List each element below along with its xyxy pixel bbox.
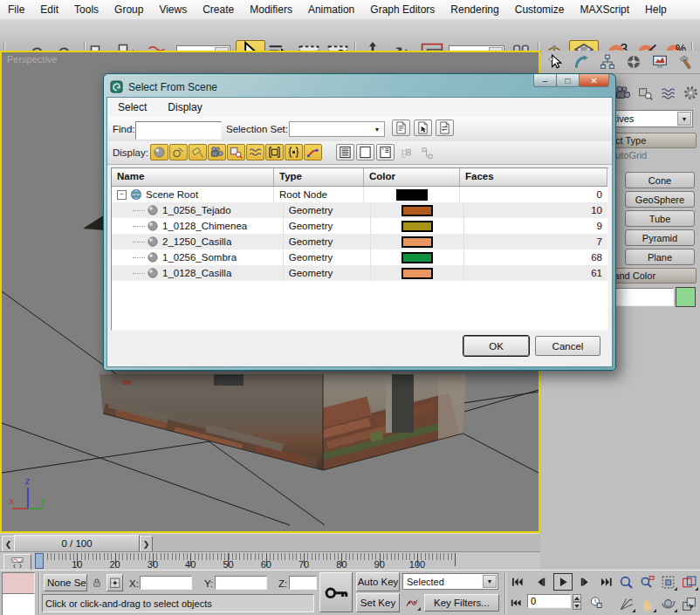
next-frame-button[interactable] bbox=[576, 574, 594, 590]
go-to-start-button[interactable] bbox=[508, 574, 527, 590]
command-panel-tab[interactable] bbox=[545, 52, 566, 72]
key-curve-icon[interactable] bbox=[403, 595, 421, 611]
time-slider[interactable]: 0 / 100 bbox=[14, 535, 140, 552]
command-panel-tab[interactable] bbox=[649, 52, 670, 72]
column-name[interactable]: Name bbox=[112, 168, 274, 186]
key-filters-button[interactable]: Key Filters... bbox=[424, 594, 499, 612]
display-filter-toggle[interactable] bbox=[285, 144, 303, 161]
zoom-button[interactable] bbox=[616, 573, 635, 591]
close-button[interactable]: ✕ bbox=[579, 74, 609, 87]
display-filter-toggle[interactable] bbox=[227, 144, 245, 161]
viewport-label[interactable]: Perspective bbox=[7, 54, 57, 65]
selection-set-button[interactable] bbox=[436, 120, 454, 136]
zoom-extents-all-button[interactable] bbox=[679, 573, 698, 591]
list-view-button[interactable] bbox=[356, 144, 374, 161]
previous-frame-button[interactable] bbox=[532, 574, 550, 590]
maxscript-mini-listener-pink[interactable] bbox=[2, 572, 35, 595]
node-color-swatch[interactable] bbox=[401, 236, 433, 248]
display-filter-toggle[interactable] bbox=[246, 144, 264, 161]
list-view-button[interactable] bbox=[336, 144, 354, 161]
field-of-view-button[interactable] bbox=[616, 595, 635, 612]
maximize-viewport-toggle[interactable] bbox=[679, 595, 698, 612]
table-row[interactable]: − 1_0128_Casilla Geometry 61 bbox=[112, 265, 607, 281]
table-row[interactable]: − 2_1250_Casilla Geometry 7 bbox=[112, 234, 607, 249]
command-panel-tab[interactable] bbox=[597, 52, 618, 72]
display-filter-toggle[interactable] bbox=[189, 144, 207, 161]
zoom-extents-button[interactable] bbox=[658, 573, 677, 591]
x-coordinate-field[interactable] bbox=[140, 576, 192, 590]
previous-frame-arrow[interactable]: ❮ bbox=[2, 536, 15, 552]
selection-set-dropdown[interactable]: ▼ bbox=[289, 121, 385, 137]
y-coordinate-field[interactable] bbox=[215, 576, 267, 590]
node-color-swatch[interactable] bbox=[401, 252, 433, 263]
next-frame-arrow[interactable]: ❯ bbox=[140, 536, 153, 552]
menu-item[interactable]: Group bbox=[106, 1, 151, 19]
menu-item[interactable]: Views bbox=[151, 1, 195, 19]
primitive-button[interactable]: Cone bbox=[625, 172, 695, 188]
table-row[interactable]: − 1_0128_Chimenea Geometry 9 bbox=[112, 218, 607, 234]
display-filter-toggle[interactable] bbox=[169, 144, 188, 161]
list-view-button[interactable] bbox=[376, 144, 395, 161]
command-panel-tab[interactable] bbox=[676, 52, 697, 72]
chevron-down-icon[interactable]: ▼ bbox=[677, 112, 691, 126]
go-to-end-button[interactable] bbox=[597, 574, 616, 590]
create-category-icon[interactable] bbox=[681, 84, 700, 101]
primitive-button[interactable]: Plane bbox=[625, 249, 695, 265]
node-color-swatch[interactable] bbox=[401, 205, 433, 216]
menu-item[interactable]: Animation bbox=[300, 1, 362, 19]
selection-set-button[interactable] bbox=[414, 120, 432, 136]
create-category-icon[interactable] bbox=[635, 84, 655, 101]
ok-button[interactable]: OK bbox=[463, 336, 529, 356]
track-ruler[interactable]: 0102030405060708090100 bbox=[0, 552, 540, 571]
current-frame-field[interactable] bbox=[527, 594, 571, 608]
column-type[interactable]: Type bbox=[274, 168, 364, 186]
menu-item[interactable]: Edit bbox=[32, 1, 66, 19]
dialog-menu-item[interactable]: Select bbox=[107, 101, 157, 113]
chevron-down-icon[interactable]: ▼ bbox=[371, 123, 383, 135]
column-faces[interactable]: Faces bbox=[460, 168, 607, 186]
column-color[interactable]: Color bbox=[364, 168, 460, 186]
current-frame-marker[interactable] bbox=[35, 553, 44, 569]
zoom-all-button[interactable] bbox=[637, 573, 656, 591]
absolute-mode-toggle[interactable] bbox=[106, 574, 123, 591]
find-input[interactable] bbox=[135, 121, 222, 140]
maxscript-mini-listener-white[interactable] bbox=[2, 593, 35, 615]
node-color-swatch[interactable] bbox=[401, 268, 433, 279]
set-keys-button[interactable] bbox=[319, 572, 353, 612]
pan-button[interactable] bbox=[637, 595, 656, 612]
create-category-icon[interactable] bbox=[658, 84, 677, 101]
dialog-menu-item[interactable]: Display bbox=[157, 101, 212, 113]
display-filter-toggle[interactable] bbox=[150, 144, 168, 161]
z-coordinate-field[interactable] bbox=[289, 576, 317, 590]
table-header[interactable]: Name Type Color Faces bbox=[112, 168, 607, 187]
menu-item[interactable]: File bbox=[0, 1, 32, 19]
mini-curve-editor-button[interactable] bbox=[3, 554, 31, 571]
table-row[interactable]: − Scene Root Root Node 0 bbox=[112, 187, 607, 202]
time-configuration-button[interactable] bbox=[587, 594, 606, 610]
set-key-button[interactable]: Set Key bbox=[356, 593, 400, 612]
selection-lock-icon[interactable] bbox=[90, 575, 103, 591]
table-row[interactable]: − 1_0256_Sombra Geometry 68 bbox=[112, 249, 607, 265]
node-color-swatch[interactable] bbox=[401, 221, 433, 232]
menu-item[interactable]: Tools bbox=[66, 1, 106, 19]
menu-item[interactable]: Rendering bbox=[443, 1, 506, 19]
table-row[interactable]: − 1_0256_Tejado Geometry 10 bbox=[112, 202, 607, 218]
frame-spinner[interactable] bbox=[573, 594, 581, 610]
cancel-button[interactable]: Cancel bbox=[535, 336, 600, 356]
auto-key-button[interactable]: Auto Key bbox=[356, 572, 400, 591]
object-color-swatch[interactable] bbox=[676, 287, 696, 307]
menu-item[interactable]: Create bbox=[195, 1, 242, 19]
key-mode-toggle-button[interactable] bbox=[508, 595, 524, 611]
menu-item[interactable]: Graph Editors bbox=[362, 1, 443, 19]
menu-item[interactable]: Modifiers bbox=[242, 1, 300, 19]
primitive-button[interactable]: Tube bbox=[625, 210, 695, 227]
menu-item[interactable]: Customize bbox=[507, 1, 573, 19]
display-filter-toggle[interactable] bbox=[265, 144, 284, 161]
menu-item[interactable]: Help bbox=[637, 1, 675, 19]
key-mode-dropdown[interactable]: Selected▼ bbox=[402, 573, 498, 590]
minimize-button[interactable]: – bbox=[533, 74, 557, 87]
menu-item[interactable]: MAXScript bbox=[572, 1, 637, 19]
primitive-button[interactable]: GeoSphere bbox=[625, 191, 695, 208]
dialog-title-bar[interactable]: Select From Scene – □ ✕ bbox=[106, 77, 613, 97]
display-filter-toggle[interactable] bbox=[208, 144, 226, 161]
